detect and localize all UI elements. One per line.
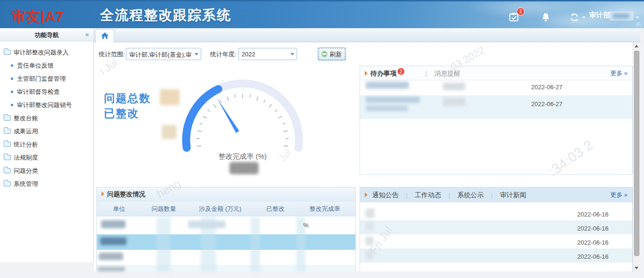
main-scrollbar[interactable] bbox=[633, 43, 640, 271]
censored-unit-name bbox=[100, 237, 126, 245]
scroll-up-button[interactable] bbox=[633, 43, 640, 49]
rectification-table-panel: 问题整改情况 单位 问题数量 涉及金额 (万元) 已整改 整改完成率 bbox=[96, 187, 356, 271]
todo-date: 2022-06-27 bbox=[531, 84, 563, 91]
sidebar-collapse-icon[interactable]: « bbox=[85, 31, 89, 38]
sidebar-item-feedback[interactable]: 责任单位反馈 bbox=[0, 59, 94, 72]
refresh-caret-icon[interactable] bbox=[582, 16, 586, 19]
gauge-title: 整改完成率 (%) bbox=[196, 152, 290, 161]
sidebar-item-results[interactable]: 成果运用 bbox=[0, 125, 94, 138]
chevron-down-icon bbox=[291, 53, 294, 55]
col-problem-count: 问题数量 bbox=[141, 205, 186, 213]
panel-arrow-icon bbox=[102, 192, 104, 196]
sidebar-item-ledger[interactable]: 整改台账 bbox=[0, 112, 94, 125]
sidebar-header: 功能导航 « bbox=[0, 28, 94, 41]
censored-notice-text bbox=[365, 236, 374, 246]
user-name-censored[interactable] bbox=[609, 11, 634, 21]
tab-bar bbox=[94, 28, 640, 42]
table-row[interactable] bbox=[97, 216, 355, 234]
sidebar-item-regulations[interactable]: 法规制度 bbox=[0, 151, 94, 164]
todo-count-badge: 2 bbox=[517, 8, 525, 15]
rectified-label: 已整改 bbox=[104, 106, 139, 121]
year-select[interactable]: 2022 bbox=[238, 48, 297, 60]
sidebar-item-cancellation[interactable]: 审计部整改问题销号 bbox=[0, 99, 94, 112]
censored-todo-text bbox=[366, 82, 409, 89]
sidebar-item-system[interactable]: 系统管理 bbox=[0, 178, 94, 191]
bullet-icon bbox=[11, 91, 13, 93]
todo-panel-header: 待办事项2 | 消息提醒 更多 » bbox=[360, 66, 632, 80]
total-problems-label: 问题总数 bbox=[104, 91, 151, 106]
scope-select[interactable]: 审计部,审计部(基金),审计 bbox=[126, 48, 201, 60]
panel-arrow-icon bbox=[365, 193, 368, 197]
home-icon bbox=[101, 32, 109, 39]
collapse-panel-icon[interactable] bbox=[635, 21, 642, 29]
folder-icon bbox=[4, 50, 11, 55]
sidebar-item-inspection[interactable]: 审计部督导检查 bbox=[0, 85, 94, 99]
col-unit: 单位 bbox=[97, 205, 141, 213]
tab-todo[interactable]: 待办事项 bbox=[370, 70, 397, 77]
tab-work-updates[interactable]: 工作动态 bbox=[415, 191, 441, 199]
tab-notices[interactable]: 通知公告 bbox=[372, 191, 399, 199]
sidebar-title: 功能导航 bbox=[0, 31, 94, 39]
panel-arrow-icon bbox=[365, 71, 368, 76]
completion-percent-suffix: % bbox=[303, 222, 309, 229]
notice-date: 2022-06-16 bbox=[577, 253, 609, 260]
table-row-selected[interactable] bbox=[97, 234, 355, 250]
separator: | bbox=[491, 192, 493, 199]
bullet-icon bbox=[11, 64, 13, 67]
col-rectified: 已整改 bbox=[254, 205, 297, 213]
page-title: 全流程整改跟踪系统 bbox=[100, 6, 231, 25]
sidebar-item-entry[interactable]: 审计部整改问题录入 bbox=[0, 46, 94, 59]
folder-icon bbox=[4, 168, 11, 173]
censored-amount bbox=[188, 221, 226, 228]
folder-icon bbox=[4, 155, 11, 160]
notice-date: 2022-06-16 bbox=[577, 211, 609, 218]
notice-more-link[interactable]: 更多 » bbox=[610, 187, 628, 202]
scroll-down-button[interactable] bbox=[633, 265, 640, 271]
sidebar-item-classification[interactable]: 问题分类 bbox=[0, 164, 94, 178]
app-header: 审友|A7 全流程整改跟踪系统 2 审计部 bbox=[0, 0, 644, 28]
refresh-button[interactable]: 刷新 bbox=[318, 47, 346, 61]
bullet-icon bbox=[11, 77, 13, 80]
table-panel-header: 问题整改情况 bbox=[97, 187, 355, 201]
user-menu-caret-icon[interactable] bbox=[636, 16, 639, 19]
censored-notice-text bbox=[365, 208, 375, 218]
separator: | bbox=[425, 70, 427, 77]
censored-column bbox=[251, 217, 260, 271]
sidebar: 功能导航 « 审计部整改问题录入 责任单位反馈 主管部门监督管理 审计部督导检查… bbox=[0, 28, 94, 262]
table-row[interactable] bbox=[97, 250, 355, 265]
sidebar-item-statistics[interactable]: 统计分析 bbox=[0, 138, 94, 151]
folder-icon bbox=[4, 181, 11, 186]
censored-column bbox=[157, 217, 171, 271]
censored-notice-text bbox=[365, 250, 374, 260]
col-amount: 涉及金额 (万元) bbox=[186, 205, 254, 213]
censored-unit-name bbox=[98, 267, 125, 271]
col-completion-rate: 整改完成率 bbox=[297, 205, 353, 213]
censored-todo-text bbox=[443, 83, 465, 90]
folder-icon bbox=[4, 129, 11, 134]
refresh-icon[interactable] bbox=[570, 13, 579, 23]
separator: | bbox=[448, 192, 450, 199]
folder-icon bbox=[4, 142, 11, 147]
censored-unit-name bbox=[99, 253, 123, 260]
sidebar-item-supervision[interactable]: 主管部门监督管理 bbox=[0, 72, 94, 85]
todo-date: 2022-06-27 bbox=[531, 100, 563, 108]
tab-messages[interactable]: 消息提醒 bbox=[434, 70, 461, 77]
tab-home[interactable] bbox=[95, 29, 114, 42]
app-window: 审友|A7 全流程整改跟踪系统 2 审计部 功能导航 « 审计部整改问题录入 责… bbox=[0, 0, 644, 278]
tab-system-announcements[interactable]: 系统公示 bbox=[457, 191, 484, 199]
org-label: 审计部 bbox=[589, 11, 610, 20]
censor-smudge bbox=[613, 14, 629, 18]
tab-audit-news[interactable]: 审计新闻 bbox=[500, 191, 526, 199]
separator: | bbox=[406, 192, 407, 199]
refresh-green-icon bbox=[321, 51, 328, 57]
todo-more-link[interactable]: 更多 » bbox=[610, 66, 628, 80]
censored-notice-text bbox=[365, 222, 374, 231]
table-header-row: 单位 问题数量 涉及金额 (万元) 已整改 整改完成率 bbox=[97, 201, 355, 216]
table-row[interactable] bbox=[97, 265, 355, 272]
censored-todo-text bbox=[443, 98, 465, 106]
scrollbar-thumb[interactable] bbox=[634, 51, 639, 256]
notice-panel-header: 通知公告 | 工作动态 | 系统公示 | 审计新闻 更多 » bbox=[360, 187, 632, 202]
scope-label: 统计范围: bbox=[99, 50, 125, 59]
bell-icon[interactable] bbox=[542, 13, 550, 23]
bullet-icon bbox=[11, 104, 13, 106]
